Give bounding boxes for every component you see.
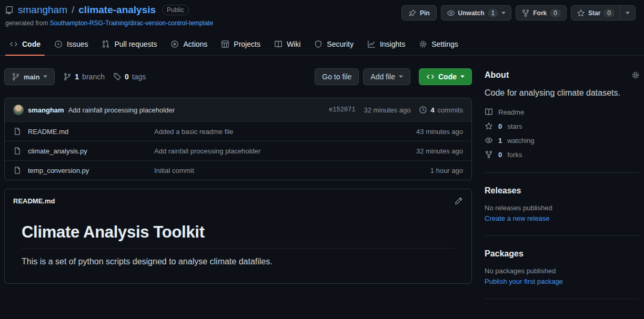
file-link[interactable]: climate_analysis.py (13, 147, 154, 155)
commit-time: 32 minutes ago (364, 106, 410, 114)
file-commit-time: 32 minutes ago (363, 147, 463, 155)
tab-issues[interactable]: Issues (49, 35, 93, 55)
content: main 1 branch 0 tags Go to file Add file (0, 56, 644, 312)
fork-button-group: Fork 0 (516, 5, 567, 20)
repo-nav: Code Issues Pull requests Actions Projec… (0, 35, 644, 56)
tab-insights[interactable]: Insights (362, 35, 410, 55)
tab-settings[interactable]: Settings (414, 35, 464, 55)
tag-icon (113, 73, 122, 81)
go-to-file-label: Go to file (322, 73, 351, 81)
tab-security[interactable]: Security (309, 35, 359, 55)
file-commit-message[interactable]: Added a basic readme file (154, 128, 363, 136)
branch-icon (63, 73, 72, 81)
caret-down-icon (399, 75, 403, 78)
forks-count: 0 (498, 151, 502, 159)
pull-request-icon (102, 40, 110, 48)
file-commit-message[interactable]: Add rainfall processing placeholder (154, 147, 363, 155)
current-branch: main (24, 73, 39, 81)
about-header: About (485, 70, 640, 80)
tags-link[interactable]: 0 tags (113, 73, 146, 81)
owner-link[interactable]: smangham (18, 4, 67, 16)
commit-author-link[interactable]: smangham (28, 106, 64, 114)
code-icon (9, 40, 18, 48)
stars-link[interactable]: 0 stars (485, 121, 640, 131)
readme-filename[interactable]: README.md (13, 197, 55, 205)
template-repo-link[interactable]: Southampton-RSG-Training/dirac-version-c… (50, 19, 213, 27)
publish-package-link[interactable]: Publish your first package (485, 277, 640, 285)
releases-heading[interactable]: Releases (485, 186, 640, 195)
gear-icon (631, 71, 640, 79)
file-commit-message[interactable]: Initial commit (154, 167, 363, 174)
main-column: main 1 branch 0 tags Go to file Add file (4, 68, 472, 312)
packages-empty-text: No packages published (485, 267, 640, 275)
file-toolbar: main 1 branch 0 tags Go to file Add file (4, 68, 472, 85)
fork-count: 0 (550, 9, 561, 17)
go-to-file-button[interactable]: Go to file (315, 68, 359, 85)
branches-link[interactable]: 1 branch (63, 73, 105, 81)
pin-label: Pin (420, 9, 430, 17)
edit-about-button[interactable] (631, 71, 640, 79)
tab-projects[interactable]: Projects (216, 35, 266, 55)
readme-card: README.md Climate Analysis Toolkit This … (4, 189, 472, 284)
star-icon (577, 9, 585, 17)
tab-pull-requests[interactable]: Pull requests (96, 35, 162, 55)
repo-link[interactable]: climate-analysis (78, 4, 156, 16)
branch-count: 1 (75, 73, 79, 81)
commit-meta: e152071 32 minutes ago 4 commits (329, 106, 463, 114)
star-button-group: Star 0 (571, 5, 636, 20)
watching-label: watching (507, 137, 534, 145)
file-icon (13, 147, 22, 155)
graph-icon (367, 40, 376, 48)
avatar[interactable] (13, 105, 24, 115)
tab-label: Settings (431, 40, 458, 48)
tab-code[interactable]: Code (4, 35, 46, 55)
tab-wiki[interactable]: Wiki (269, 35, 306, 55)
watching-count: 1 (498, 137, 502, 145)
commit-history-link[interactable]: 4 commits (419, 106, 463, 114)
visibility-badge: Public (162, 5, 189, 15)
stars-count: 0 (498, 122, 502, 130)
add-file-label: Add file (370, 73, 395, 81)
watching-link[interactable]: 1 watching (485, 136, 640, 145)
fork-label: Fork (533, 9, 547, 17)
code-button[interactable]: Code (419, 68, 472, 85)
code-icon (426, 73, 435, 81)
add-file-button[interactable]: Add file (363, 68, 410, 85)
create-release-link[interactable]: Create a new release (485, 214, 640, 222)
branch-count-label: branch (82, 73, 105, 81)
branch-selector[interactable]: main (4, 68, 55, 85)
tab-label: Insights (380, 40, 405, 48)
file-link[interactable]: temp_conversion.py (13, 166, 154, 174)
pin-button[interactable]: Pin (401, 5, 437, 20)
breadcrumb: smangham / climate-analysis Public (5, 4, 213, 16)
commit-message-link[interactable]: Add rainfall processing placeholder (68, 106, 175, 114)
readme-paragraph: This is a set of python scripts designed… (22, 257, 455, 266)
star-button[interactable]: Star 0 (571, 6, 620, 20)
book-icon (485, 108, 493, 116)
star-label: Star (588, 9, 600, 17)
projects-icon (221, 40, 229, 48)
commit-count-label: commits (438, 106, 463, 114)
releases-empty-text: No releases published (485, 204, 640, 212)
commit-sha-link[interactable]: e152071 (329, 106, 355, 114)
fork-button[interactable]: Fork 0 (516, 6, 566, 20)
packages-heading[interactable]: Packages (485, 249, 640, 259)
star-dropdown-button[interactable] (620, 6, 635, 20)
about-description: Code for analysing climate datasets. (485, 87, 640, 99)
forks-link[interactable]: 0 forks (485, 150, 640, 159)
tag-count-label: tags (132, 73, 146, 81)
tag-count: 0 (125, 73, 129, 81)
watch-button-group: Unwatch 1 (441, 5, 512, 20)
file-link[interactable]: README.md (13, 127, 154, 136)
issue-icon (54, 40, 63, 48)
readme-link[interactable]: Readme (485, 107, 640, 117)
file-table: smangham Add rainfall processing placeho… (4, 98, 472, 180)
star-icon (485, 122, 493, 130)
edit-readme-button[interactable] (455, 197, 463, 205)
star-count: 0 (603, 9, 615, 17)
file-name-label: climate_analysis.py (28, 147, 87, 155)
unwatch-button[interactable]: Unwatch 1 (441, 6, 511, 20)
tab-actions[interactable]: Actions (165, 35, 213, 55)
caret-down-icon (460, 75, 465, 78)
about-list: Readme 0 stars 1 watching 0 forks (485, 107, 640, 159)
